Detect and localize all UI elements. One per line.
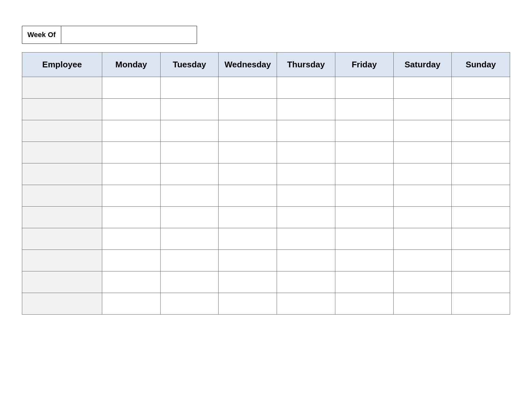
day-cell[interactable]: [452, 207, 510, 228]
day-cell[interactable]: [335, 228, 393, 250]
day-cell[interactable]: [102, 120, 161, 142]
col-friday: Friday: [335, 53, 393, 77]
day-cell[interactable]: [277, 228, 335, 250]
day-cell[interactable]: [277, 293, 335, 315]
employee-cell[interactable]: [22, 142, 102, 163]
day-cell[interactable]: [160, 99, 219, 120]
day-cell[interactable]: [277, 250, 335, 271]
employee-cell[interactable]: [22, 207, 102, 228]
day-cell[interactable]: [335, 293, 393, 315]
day-cell[interactable]: [219, 120, 277, 142]
header-row: Employee Monday Tuesday Wednesday Thursd…: [22, 53, 510, 77]
day-cell[interactable]: [277, 120, 335, 142]
day-cell[interactable]: [452, 293, 510, 315]
day-cell[interactable]: [219, 293, 277, 315]
day-cell[interactable]: [335, 142, 393, 163]
day-cell[interactable]: [393, 293, 452, 315]
day-cell[interactable]: [160, 142, 219, 163]
col-tuesday: Tuesday: [160, 53, 219, 77]
day-cell[interactable]: [277, 207, 335, 228]
day-cell[interactable]: [160, 293, 219, 315]
day-cell[interactable]: [393, 77, 452, 99]
day-cell[interactable]: [102, 77, 161, 99]
employee-cell[interactable]: [22, 250, 102, 271]
day-cell[interactable]: [277, 185, 335, 207]
day-cell[interactable]: [277, 163, 335, 185]
employee-cell[interactable]: [22, 185, 102, 207]
col-thursday: Thursday: [277, 53, 335, 77]
day-cell[interactable]: [102, 99, 161, 120]
day-cell[interactable]: [452, 120, 510, 142]
day-cell[interactable]: [335, 77, 393, 99]
day-cell[interactable]: [393, 99, 452, 120]
day-cell[interactable]: [219, 207, 277, 228]
day-cell[interactable]: [452, 250, 510, 271]
day-cell[interactable]: [160, 207, 219, 228]
day-cell[interactable]: [160, 250, 219, 271]
day-cell[interactable]: [219, 99, 277, 120]
day-cell[interactable]: [335, 185, 393, 207]
day-cell[interactable]: [102, 163, 161, 185]
day-cell[interactable]: [102, 293, 161, 315]
day-cell[interactable]: [335, 120, 393, 142]
day-cell[interactable]: [219, 271, 277, 293]
day-cell[interactable]: [335, 271, 393, 293]
day-cell[interactable]: [393, 163, 452, 185]
day-cell[interactable]: [452, 77, 510, 99]
table-row: [22, 293, 510, 315]
day-cell[interactable]: [393, 185, 452, 207]
table-row: [22, 228, 510, 250]
day-cell[interactable]: [219, 163, 277, 185]
day-cell[interactable]: [160, 228, 219, 250]
day-cell[interactable]: [393, 120, 452, 142]
employee-cell[interactable]: [22, 99, 102, 120]
employee-cell[interactable]: [22, 293, 102, 315]
day-cell[interactable]: [277, 142, 335, 163]
day-cell[interactable]: [160, 120, 219, 142]
day-cell[interactable]: [393, 207, 452, 228]
day-cell[interactable]: [277, 77, 335, 99]
day-cell[interactable]: [452, 271, 510, 293]
day-cell[interactable]: [452, 163, 510, 185]
day-cell[interactable]: [160, 77, 219, 99]
table-row: [22, 250, 510, 271]
day-cell[interactable]: [219, 250, 277, 271]
day-cell[interactable]: [452, 99, 510, 120]
day-cell[interactable]: [393, 250, 452, 271]
table-row: [22, 185, 510, 207]
day-cell[interactable]: [102, 142, 161, 163]
week-of-input[interactable]: [61, 26, 197, 44]
day-cell[interactable]: [160, 185, 219, 207]
day-cell[interactable]: [160, 271, 219, 293]
day-cell[interactable]: [335, 207, 393, 228]
employee-cell[interactable]: [22, 228, 102, 250]
day-cell[interactable]: [452, 185, 510, 207]
employee-cell[interactable]: [22, 163, 102, 185]
schedule-body: [22, 77, 510, 315]
employee-cell[interactable]: [22, 271, 102, 293]
day-cell[interactable]: [393, 142, 452, 163]
day-cell[interactable]: [452, 228, 510, 250]
day-cell[interactable]: [393, 228, 452, 250]
day-cell[interactable]: [219, 142, 277, 163]
day-cell[interactable]: [452, 142, 510, 163]
day-cell[interactable]: [102, 250, 161, 271]
day-cell[interactable]: [219, 185, 277, 207]
col-monday: Monday: [102, 53, 161, 77]
day-cell[interactable]: [219, 228, 277, 250]
day-cell[interactable]: [160, 163, 219, 185]
employee-cell[interactable]: [22, 120, 102, 142]
day-cell[interactable]: [102, 185, 161, 207]
day-cell[interactable]: [277, 99, 335, 120]
day-cell[interactable]: [277, 271, 335, 293]
day-cell[interactable]: [219, 77, 277, 99]
day-cell[interactable]: [335, 163, 393, 185]
day-cell[interactable]: [102, 271, 161, 293]
day-cell[interactable]: [393, 271, 452, 293]
day-cell[interactable]: [102, 207, 161, 228]
employee-cell[interactable]: [22, 77, 102, 99]
table-row: [22, 207, 510, 228]
day-cell[interactable]: [335, 250, 393, 271]
day-cell[interactable]: [335, 99, 393, 120]
day-cell[interactable]: [102, 228, 161, 250]
